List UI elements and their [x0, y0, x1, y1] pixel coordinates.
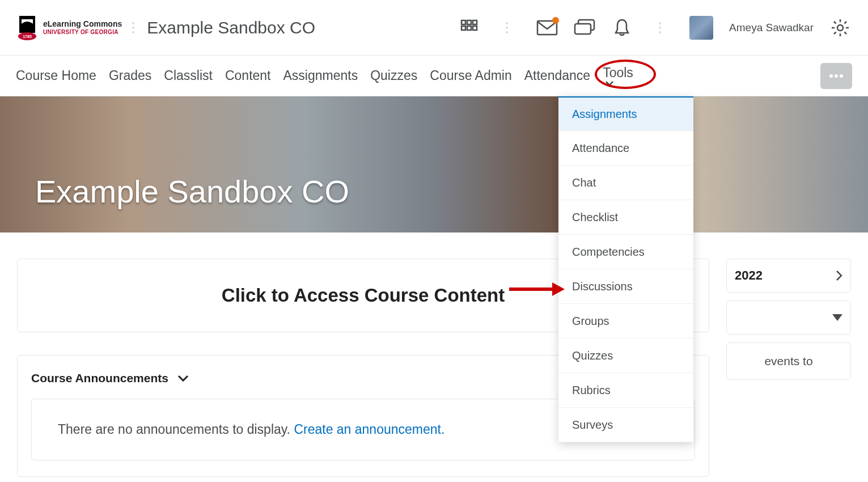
- nav-attendance[interactable]: Attendance: [524, 68, 590, 83]
- chevron-down-icon: [177, 375, 189, 382]
- tools-item-rubrics[interactable]: Rubrics: [558, 373, 693, 408]
- nav-grades[interactable]: Grades: [109, 68, 151, 83]
- access-content-heading: Click to Access Course Content: [222, 285, 505, 306]
- svg-text:1785: 1785: [23, 35, 32, 39]
- nav-tools-dropdown[interactable]: Tools: [603, 65, 633, 86]
- apps-grid-icon[interactable]: [458, 17, 480, 39]
- course-banner: Example Sandbox CO: [0, 96, 868, 232]
- banner-image: [0, 96, 868, 232]
- nav-content[interactable]: Content: [225, 68, 271, 83]
- sidebar-column: 2022 events to: [726, 259, 851, 477]
- username-label[interactable]: Ameya Sawadkar: [729, 22, 814, 34]
- mail-icon[interactable]: [536, 17, 558, 39]
- top-right-controls: Ameya Sawadkar: [458, 16, 851, 40]
- tools-menu: Assignments Attendance Chat Checklist Co…: [558, 96, 693, 442]
- svg-point-13: [837, 25, 843, 31]
- chat-icon[interactable]: [574, 17, 595, 39]
- triangle-down-icon: [832, 314, 842, 321]
- tools-item-assignments[interactable]: Assignments: [558, 96, 693, 131]
- announcements-heading: Course Announcements: [31, 371, 168, 385]
- svg-point-14: [829, 74, 833, 78]
- tools-item-checklist[interactable]: Checklist: [558, 200, 693, 235]
- nav-course-home[interactable]: Course Home: [16, 68, 96, 83]
- notification-dot: [552, 17, 559, 24]
- svg-rect-12: [575, 24, 591, 34]
- tools-item-groups[interactable]: Groups: [558, 304, 693, 339]
- divider-dots: [506, 22, 510, 33]
- uga-arch-icon: 1785: [17, 15, 37, 41]
- logo-text: eLearning Commons UNIVERSITY OF GEORGIA: [43, 20, 122, 35]
- create-announcement-link[interactable]: Create an announcement.: [294, 422, 444, 437]
- tools-item-surveys[interactable]: Surveys: [558, 408, 693, 442]
- divider-dots: [132, 22, 137, 33]
- site-logo[interactable]: 1785 eLearning Commons UNIVERSITY OF GEO…: [17, 15, 122, 41]
- logo-line2: UNIVERSITY OF GEORGIA: [43, 29, 122, 35]
- svg-point-16: [840, 74, 843, 78]
- banner-title: Example Sandbox CO: [35, 173, 349, 210]
- tools-item-chat[interactable]: Chat: [558, 166, 693, 200]
- logo-line1: eLearning Commons: [43, 20, 122, 28]
- announcements-empty-text: There are no announcements to display.: [58, 422, 294, 437]
- svg-rect-4: [461, 20, 465, 24]
- tools-item-discussions[interactable]: Discussions: [558, 269, 693, 304]
- svg-point-15: [835, 74, 838, 78]
- svg-rect-5: [467, 20, 471, 24]
- svg-rect-6: [473, 20, 477, 24]
- topbar: 1785 eLearning Commons UNIVERSITY OF GEO…: [0, 0, 868, 56]
- tools-label: Tools: [603, 65, 633, 80]
- calendar-year: 2022: [735, 268, 763, 283]
- tools-item-quizzes[interactable]: Quizzes: [558, 339, 693, 373]
- nav-quizzes[interactable]: Quizzes: [370, 68, 417, 83]
- ellipsis-icon: [829, 74, 844, 78]
- events-box: events to: [726, 343, 851, 380]
- svg-rect-7: [461, 26, 465, 30]
- svg-rect-8: [467, 26, 471, 30]
- course-context-title[interactable]: Example Sandbox CO: [147, 18, 315, 37]
- annotation-arrow: [509, 281, 566, 298]
- course-navbar: Course Home Grades Classlist Content Ass…: [0, 56, 868, 96]
- tools-item-competencies[interactable]: Competencies: [558, 235, 693, 269]
- nav-classlist[interactable]: Classlist: [164, 68, 213, 83]
- calendar-date-selector[interactable]: 2022: [726, 259, 851, 293]
- nav-assignments[interactable]: Assignments: [283, 68, 358, 83]
- events-text: events to: [764, 354, 812, 367]
- calendar-collapse[interactable]: [726, 301, 851, 335]
- more-button[interactable]: [820, 63, 852, 89]
- divider-dots: [659, 22, 663, 33]
- svg-rect-9: [473, 26, 477, 30]
- nav-course-admin[interactable]: Course Admin: [430, 68, 511, 83]
- bell-icon[interactable]: [611, 17, 633, 39]
- content-area: Click to Access Course Content Course An…: [0, 232, 868, 482]
- gear-icon[interactable]: [829, 17, 851, 39]
- chevron-right-icon: [836, 270, 842, 281]
- avatar[interactable]: [689, 16, 713, 40]
- chevron-down-icon: [605, 81, 614, 86]
- tools-item-attendance[interactable]: Attendance: [558, 131, 693, 166]
